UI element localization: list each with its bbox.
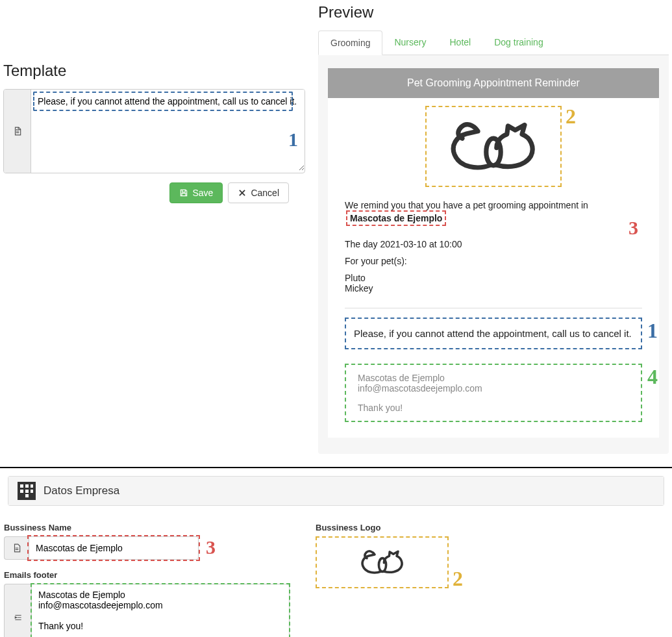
- section-divider: [0, 467, 672, 468]
- email-card: Pet Grooming Appointment Reminder 2 We r…: [328, 68, 659, 438]
- pet-name: Pluto: [345, 273, 642, 283]
- building-icon: [18, 482, 36, 500]
- logo-box-preview: 2: [425, 106, 562, 187]
- pet-logo-icon: [442, 98, 545, 195]
- footer-thanks: Thank you!: [358, 403, 629, 413]
- remind-prefix: We remind you that you have a pet groomi…: [345, 200, 588, 210]
- save-button-label: Save: [192, 188, 213, 198]
- annotation-number-2-preview: 2: [566, 105, 576, 129]
- template-message-textarea[interactable]: [31, 90, 305, 171]
- document-icon: [4, 90, 31, 173]
- business-name-highlight: Mascotas de Ejemplo: [346, 210, 446, 226]
- email-footer-box: Mascotas de Ejemplo info@mascotasdeejemp…: [345, 364, 642, 422]
- company-heading: Datos Empresa: [44, 484, 119, 497]
- business-name-label: Bussiness Name: [4, 523, 290, 532]
- business-name-input[interactable]: [29, 536, 199, 560]
- logo-box-company[interactable]: 2: [316, 536, 449, 588]
- company-panel: Datos Empresa: [8, 476, 664, 506]
- preview-pane: Pet Grooming Appointment Reminder 2 We r…: [318, 55, 669, 454]
- template-input-group: 1: [3, 89, 305, 173]
- remind-line: We remind you that you have a pet groomi…: [345, 200, 642, 226]
- custom-message-box: Please, if you cannot attend the appoint…: [345, 318, 642, 349]
- preview-heading: Preview: [318, 3, 669, 21]
- annotation-number-2-company: 2: [453, 567, 463, 591]
- annotation-number-3-company: 3: [206, 536, 216, 558]
- footer-email: info@mascotasdeejemplo.com: [358, 383, 629, 393]
- tab-nursery[interactable]: Nursery: [382, 31, 438, 55]
- pet-logo-icon: [356, 514, 408, 611]
- pet-name: Mickey: [345, 283, 642, 294]
- tab-hotel[interactable]: Hotel: [438, 31, 482, 55]
- footer-business-name: Mascotas de Ejemplo: [358, 373, 629, 383]
- annotation-number-3-preview: 3: [628, 217, 638, 239]
- divider: [345, 308, 642, 308]
- emails-footer-label: Emails footer: [4, 570, 290, 580]
- save-icon: [179, 188, 188, 197]
- emails-footer-textarea[interactable]: [31, 584, 290, 637]
- tab-grooming[interactable]: Grooming: [318, 31, 382, 55]
- email-header: Pet Grooming Appointment Reminder: [328, 68, 659, 98]
- annotation-number-1-preview: 1: [647, 319, 658, 343]
- close-icon: [238, 188, 247, 197]
- template-heading: Template: [3, 62, 305, 80]
- annotation-number-1-template: 1: [288, 129, 298, 151]
- cancel-button[interactable]: Cancel: [228, 182, 289, 203]
- document-icon: [4, 536, 29, 560]
- cancel-button-label: Cancel: [251, 188, 279, 198]
- tab-dog-training[interactable]: Dog training: [482, 31, 555, 55]
- save-button[interactable]: Save: [169, 182, 223, 203]
- indent-icon: [4, 584, 31, 637]
- annotation-number-4-preview: 4: [647, 365, 658, 389]
- preview-tabs: Grooming Nursery Hotel Dog training: [318, 31, 669, 55]
- for-pets-label: For your pet(s):: [345, 256, 642, 266]
- date-line: The day 2021-03-10 at 10:00: [345, 239, 642, 249]
- company-header: Datos Empresa: [8, 477, 664, 505]
